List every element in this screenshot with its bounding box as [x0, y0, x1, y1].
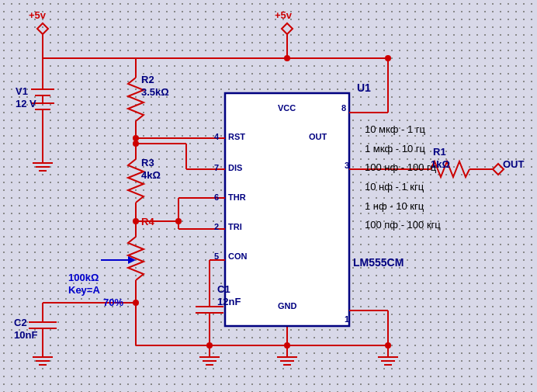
pinnum-con: 5: [214, 252, 219, 261]
svg-point-62: [133, 135, 139, 141]
r4-pct: 70%: [103, 297, 123, 308]
pinnum-vcc: 8: [341, 103, 346, 113]
r3-label: R3: [141, 157, 154, 168]
pinnum-out: 3: [345, 161, 349, 170]
pinnum-tri: 2: [214, 222, 219, 231]
r4-label: R4: [141, 216, 154, 227]
u1-label: U1: [357, 82, 371, 94]
pinnum-rst: 4: [214, 132, 219, 141]
v1-label: V1: [16, 85, 28, 97]
pinnum-dis: 7: [214, 163, 219, 172]
svg-point-71: [175, 218, 182, 224]
pin-dis: DIS: [228, 163, 242, 172]
pin-out: OUT: [309, 132, 327, 141]
pin-rst: RST: [228, 132, 245, 141]
vcc-left-label: +5v: [29, 9, 46, 21]
freq-row-3: 10 нф - 1 кгц: [365, 178, 441, 197]
svg-marker-84: [493, 164, 504, 175]
svg-marker-16: [37, 23, 48, 34]
r3-value: 4kΩ: [141, 169, 161, 181]
r2-label: R2: [141, 74, 154, 85]
freq-row-2: 100 нф - 100 гц: [365, 158, 441, 178]
r2-value: 3.5kΩ: [141, 86, 169, 98]
pin-con: CON: [228, 252, 247, 261]
freq-row-4: 1 нф - 10 кгц: [365, 197, 441, 217]
freq-row-1: 1 мкф - 10 гц: [365, 140, 441, 159]
pinnum-gnd: 1: [345, 314, 349, 324]
svg-marker-18: [282, 23, 293, 34]
pinnum-thr: 6: [214, 193, 219, 202]
pin-vcc: VCC: [278, 103, 296, 113]
pin-gnd: GND: [278, 301, 296, 310]
freq-row-0: 10 мкф - 1 гц: [365, 120, 441, 140]
svg-point-60: [284, 55, 290, 61]
v1-value: 12 V: [16, 98, 36, 109]
c1-value: 12nF: [217, 296, 241, 307]
c2-label: C2: [14, 317, 27, 328]
chip-name: LM555CM: [353, 256, 404, 269]
freq-table: 10 мкф - 1 гц 1 мкф - 10 гц 100 нф - 100…: [365, 120, 441, 235]
r4-key: Key=A: [68, 284, 100, 296]
pin-tri: TRI: [228, 222, 242, 231]
r4-value: 100kΩ: [68, 272, 99, 283]
svg-rect-56: [225, 93, 349, 326]
svg-point-86: [385, 342, 391, 349]
out-label: OUT: [503, 158, 524, 170]
vcc-right-label: +5v: [275, 9, 292, 21]
c1-label: C1: [217, 283, 230, 295]
pin-thr: THR: [228, 193, 246, 202]
svg-point-85: [385, 55, 391, 61]
freq-row-5: 100 пф - 100 кгц: [365, 216, 441, 235]
c2-value: 10nF: [14, 329, 37, 341]
